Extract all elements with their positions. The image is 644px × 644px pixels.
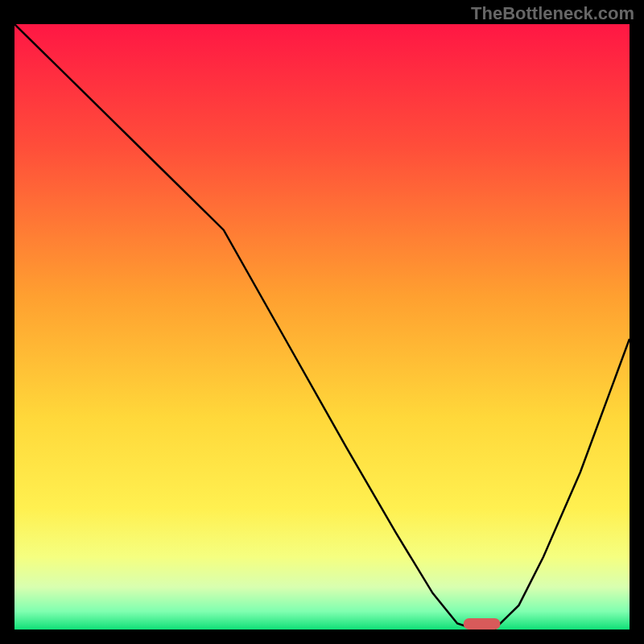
watermark-text: TheBottleneck.com <box>471 3 634 24</box>
chart-canvas <box>14 24 630 630</box>
optimum-marker <box>464 618 501 630</box>
bottleneck-chart <box>14 24 630 630</box>
